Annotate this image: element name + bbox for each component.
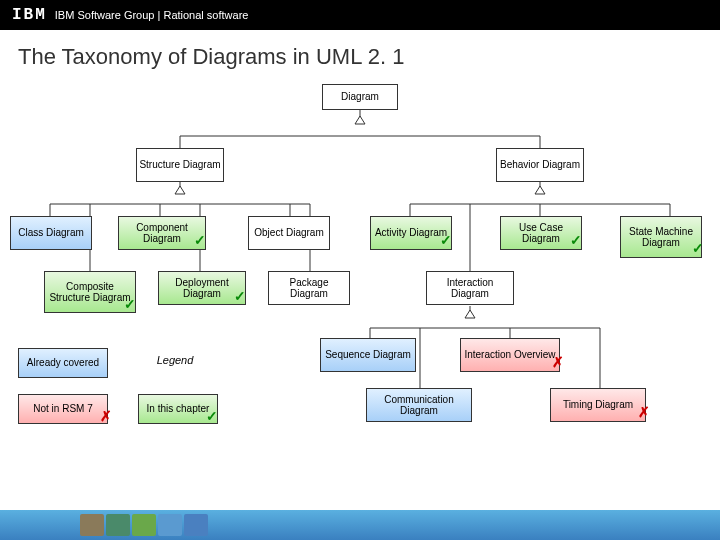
check-icon: ✓ bbox=[234, 288, 246, 304]
svg-marker-1 bbox=[355, 116, 365, 124]
cross-icon: ✗ bbox=[100, 408, 112, 424]
node-statemachine: State Machine Diagram bbox=[620, 216, 702, 258]
header-bar: IBM IBM Software Group | Rational softwa… bbox=[0, 0, 720, 30]
check-icon: ✓ bbox=[124, 296, 136, 312]
check-icon: ✓ bbox=[570, 232, 582, 248]
node-package: Package Diagram bbox=[268, 271, 350, 305]
node-component: Component Diagram bbox=[118, 216, 206, 250]
check-icon: ✓ bbox=[206, 408, 218, 424]
node-composite: Composite Structure Diagram bbox=[44, 271, 136, 313]
node-interaction: Interaction Diagram bbox=[426, 271, 514, 305]
check-icon: ✓ bbox=[692, 240, 704, 256]
node-structure: Structure Diagram bbox=[136, 148, 224, 182]
svg-marker-6 bbox=[175, 186, 185, 194]
node-communication: Communication Diagram bbox=[366, 388, 472, 422]
check-icon: ✓ bbox=[440, 232, 452, 248]
node-timing: Timing Diagram bbox=[550, 388, 646, 422]
diagram-canvas: Diagram Structure Diagram Behavior Diagr… bbox=[0, 76, 720, 506]
footer-bar bbox=[0, 510, 720, 540]
node-object: Object Diagram bbox=[248, 216, 330, 250]
footer-decoration bbox=[80, 514, 230, 536]
legend-title: Legend bbox=[140, 354, 210, 366]
svg-marker-22 bbox=[465, 310, 475, 318]
node-deployment: Deployment Diagram bbox=[158, 271, 246, 305]
page-title: The Taxonomy of Diagrams in UML 2. 1 bbox=[0, 30, 720, 76]
svg-marker-15 bbox=[535, 186, 545, 194]
node-class: Class Diagram bbox=[10, 216, 92, 250]
ibm-logo: IBM bbox=[12, 6, 47, 24]
node-sequence: Sequence Diagram bbox=[320, 338, 416, 372]
node-behavior: Behavior Diagram bbox=[496, 148, 584, 182]
header-text: IBM Software Group | Rational software bbox=[55, 9, 249, 21]
cross-icon: ✗ bbox=[638, 404, 650, 420]
legend-covered: Already covered bbox=[18, 348, 108, 378]
legend-notin: Not in RSM 7 bbox=[18, 394, 108, 424]
node-interaction-overview: Interaction Overview bbox=[460, 338, 560, 372]
check-icon: ✓ bbox=[194, 232, 206, 248]
cross-icon: ✗ bbox=[552, 354, 564, 370]
node-diagram: Diagram bbox=[322, 84, 398, 110]
